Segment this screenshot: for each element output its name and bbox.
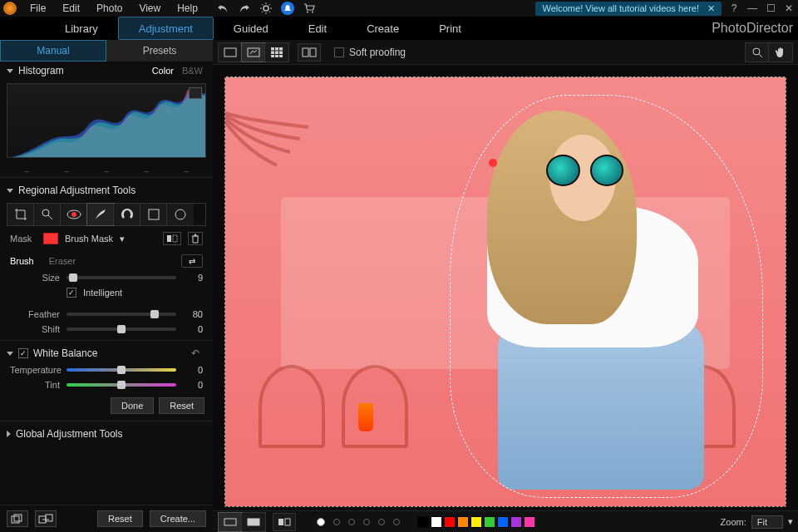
menu-edit[interactable]: Edit [57,1,85,16]
module-create[interactable]: Create [347,17,419,40]
mask-view-overlay-icon[interactable] [219,513,242,531]
mode-brush[interactable]: Brush [10,256,34,266]
module-library[interactable]: Library [45,17,118,40]
histogram-mode-bw[interactable]: B&W [179,65,206,76]
copy-settings-icon[interactable] [7,510,28,527]
zoom-tool-icon[interactable] [746,43,769,62]
footer-reset-button[interactable]: Reset [97,510,143,527]
zoom-select[interactable]: Fit [751,515,783,529]
size-slider[interactable] [66,276,176,279]
feather-slider[interactable] [66,313,176,316]
tint-slider[interactable] [66,383,176,387]
color-swatch[interactable] [524,516,535,528]
mode-eraser[interactable]: Eraser [49,256,76,266]
tutorial-banner[interactable]: Welcome! View all tutorial videos here! … [535,2,722,16]
zoom-dropdown-icon[interactable]: ▾ [788,516,793,527]
temperature-value: 0 [183,365,203,375]
menu-view[interactable]: View [134,1,165,16]
module-print[interactable]: Print [419,17,481,40]
module-edit[interactable]: Edit [288,17,347,40]
shift-slider[interactable] [66,328,176,331]
svg-rect-20 [275,51,278,54]
view-before-after-icon[interactable] [242,43,265,62]
swap-icon[interactable]: ⇄ [181,254,203,268]
subtab-manual[interactable]: Manual [0,40,106,62]
image-canvas[interactable] [224,76,786,507]
whitebalance-header[interactable]: ✓ White Balance ↶ [0,344,213,362]
temperature-slider[interactable] [66,368,176,372]
color-swatch[interactable] [444,516,456,528]
swatch-radio[interactable] [348,519,355,525]
mask-view-bw-icon[interactable] [242,513,265,531]
undo-icon[interactable] [216,2,229,15]
gradient-rect-tool-icon[interactable] [140,204,167,225]
histogram-header[interactable]: Histogram Color B&W [0,62,213,80]
mask-swatch[interactable] [43,233,58,244]
redo-icon[interactable] [238,2,251,15]
svg-point-3 [42,209,49,216]
brush-tool-icon[interactable] [87,204,114,225]
swatch-radio[interactable] [378,519,385,525]
tint-label: Tint [10,380,60,390]
subtab-presets[interactable]: Presets [106,40,213,62]
mask-delete-icon[interactable] [188,232,203,245]
regional-header[interactable]: Regional Adjustment Tools [0,181,213,200]
svg-point-2 [312,12,313,13]
softproof-checkbox[interactable] [334,47,344,57]
swatch-radio[interactable] [393,519,400,525]
svg-rect-16 [271,47,274,51]
mask-invert-icon[interactable] [163,232,181,245]
module-adjustment[interactable]: Adjustment [118,17,214,40]
viewer-footer: Zoom: Fit ▾ [213,510,798,532]
shift-value: 0 [183,324,203,334]
color-swatch[interactable] [457,516,469,528]
selection-tool-icon[interactable] [114,204,140,225]
histogram-mode-color[interactable]: Color [149,65,177,76]
svg-rect-26 [310,48,316,57]
color-swatch[interactable] [431,516,442,528]
cart-icon[interactable] [303,2,316,15]
redeye-tool-icon[interactable] [61,204,87,225]
crop-tool-icon[interactable] [7,204,34,225]
color-swatch[interactable] [497,516,509,528]
swatch-radio[interactable] [333,519,340,525]
paste-settings-icon[interactable] [35,510,57,527]
reset-button[interactable]: Reset [159,397,204,414]
footer-create-button[interactable]: Create... [150,510,206,527]
intelligent-checkbox[interactable]: ✓ [66,288,76,298]
color-swatch[interactable] [470,516,482,528]
whitebalance-reset-icon[interactable]: ↶ [191,347,206,359]
whitebalance-checkbox[interactable]: ✓ [18,348,28,358]
mask-dropdown-icon[interactable]: ▾ [120,234,125,244]
maximize-icon[interactable]: ☐ [765,2,776,14]
menu-file[interactable]: File [25,1,51,16]
notification-bell-icon[interactable] [281,2,294,15]
view-single-icon[interactable] [219,43,242,62]
viewer-toolbar: Soft proofing [213,40,798,65]
mask-isolate-icon[interactable] [273,513,296,531]
softproof-label: Soft proofing [349,47,406,58]
view-compare-icon[interactable] [298,43,321,62]
minimize-icon[interactable]: — [746,2,758,14]
done-button[interactable]: Done [111,397,154,414]
feather-label: Feather [10,309,60,319]
color-swatch[interactable] [510,516,522,528]
menu-help[interactable]: Help [172,1,203,16]
menu-photo[interactable]: Photo [91,1,127,16]
mask-name[interactable]: Brush Mask [65,234,113,244]
pan-tool-icon[interactable] [769,43,792,62]
settings-gear-icon[interactable] [259,2,273,15]
spot-tool-icon[interactable] [34,204,61,225]
color-swatch[interactable] [484,516,495,528]
tutorial-close-icon[interactable]: ✕ [707,3,715,14]
histogram-expand-icon[interactable] [189,87,202,99]
swatch-radio[interactable] [363,519,370,525]
global-header[interactable]: Global Adjustment Tools [0,425,213,443]
module-guided[interactable]: Guided [214,17,288,40]
help-icon[interactable]: ? [728,2,740,14]
close-icon[interactable]: ✕ [783,2,795,14]
gradient-radial-tool-icon[interactable] [167,204,194,225]
view-grid-icon[interactable] [265,43,288,62]
color-swatch[interactable] [417,516,429,528]
swatch-radio[interactable] [317,518,325,526]
